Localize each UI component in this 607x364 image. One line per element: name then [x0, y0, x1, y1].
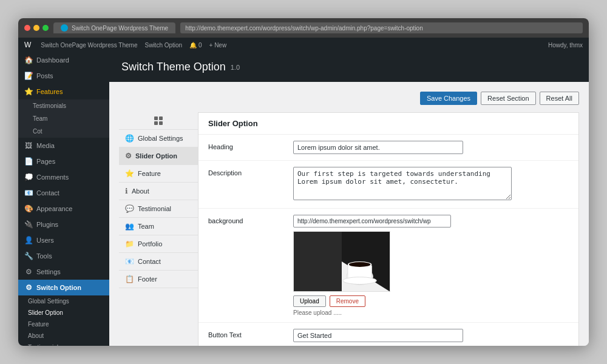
page-header: Switch Theme Option 1.0: [109, 52, 589, 82]
minimize-dot[interactable]: [33, 25, 39, 31]
settings-nav-grid-icon: [119, 112, 198, 130]
sub-global-settings[interactable]: Global Settings: [18, 295, 109, 307]
browser-dots: [24, 25, 49, 31]
howdy-text: Howdy, thmx: [548, 42, 583, 49]
features-icon: ⭐: [24, 87, 33, 96]
sidebar-item-users[interactable]: 👤 Users: [18, 232, 109, 248]
browser-window: Switch OnePage Wordpress Theme http://de…: [18, 18, 589, 346]
page-title: Switch Theme Option: [121, 61, 226, 73]
heading-input[interactable]: [293, 141, 463, 154]
content-area: Save Changes Reset Section Reset All: [109, 82, 589, 346]
switch-option-submenu: Global Settings Slider Option Feature Ab…: [18, 295, 109, 346]
nav-portfolio[interactable]: 📁 Portfolio: [119, 235, 198, 253]
sidebar-item-dashboard[interactable]: 🏠 Dashboard: [18, 52, 109, 68]
sidebar-label-settings: Settings: [36, 268, 61, 275]
remove-button[interactable]: Remove: [330, 295, 365, 307]
admin-bar-user: Howdy, thmx: [548, 42, 583, 49]
sidebar-item-settings[interactable]: ⚙ Settings: [18, 264, 109, 280]
save-changes-button[interactable]: Save Changes: [420, 92, 477, 105]
settings-icon: ⚙: [24, 268, 33, 276]
sidebar-label-tools: Tools: [36, 252, 52, 260]
nav-contact[interactable]: 📧 Contact: [119, 253, 198, 271]
admin-bar-new[interactable]: + New: [209, 42, 227, 49]
feature-icon: ⭐: [125, 169, 134, 178]
description-textarea[interactable]: Our first step is targeted towards under…: [293, 167, 512, 200]
browser-url-bar[interactable]: http://demo.themexpert.com/wordpress/swi…: [180, 22, 583, 33]
background-field: Upload Remove Please upload .....: [293, 215, 569, 316]
nav-testimonial[interactable]: 💬 Testimonial: [119, 200, 198, 218]
sidebar-item-switch-option[interactable]: ⚙ Switch Option: [18, 280, 109, 295]
nav-global-settings[interactable]: 🌐 Global Settings: [119, 130, 198, 147]
nav-slider-option[interactable]: ⚙ Slider Option: [119, 147, 198, 165]
upload-note: Please upload .....: [293, 309, 569, 316]
users-icon: 👤: [24, 236, 33, 244]
button-text-input[interactable]: [293, 329, 463, 342]
tab-label: Switch OnePage Wordpress Theme: [72, 25, 168, 32]
sidebar-label-contact: Contact: [36, 189, 59, 197]
sidebar-item-appearance[interactable]: 🎨 Appearance: [18, 201, 109, 217]
background-label: background: [208, 215, 281, 224]
appearance-icon: 🎨: [24, 204, 33, 213]
description-label: Description: [208, 167, 281, 177]
sidebar-item-posts[interactable]: 📝 Posts: [18, 68, 109, 84]
image-actions: Upload Remove: [293, 295, 569, 307]
nav-label-testimonial: Testimonial: [138, 205, 171, 212]
description-row: Description Our first step is targeted t…: [198, 161, 578, 209]
preview-svg: [294, 231, 390, 292]
sidebar-sub-team[interactable]: Team: [18, 112, 109, 125]
heading-label: Heading: [208, 141, 281, 150]
button-text-field: [293, 329, 569, 342]
sidebar-label-posts: Posts: [36, 72, 53, 79]
close-dot[interactable]: [24, 25, 30, 31]
sidebar-sub-testimonials[interactable]: Testimonials: [18, 99, 109, 112]
reset-section-button[interactable]: Reset Section: [481, 92, 535, 105]
two-column-layout: 🌐 Global Settings ⚙ Slider Option ⭐ Feat…: [119, 112, 579, 346]
contact-icon: 📧: [24, 189, 33, 197]
sidebar-item-comments[interactable]: 💭 Comments: [18, 169, 109, 185]
section-title: Slider Option: [198, 113, 578, 135]
description-field: Our first step is targeted towards under…: [293, 167, 569, 202]
media-icon: 🖼: [24, 141, 33, 150]
nav-label-team: Team: [138, 223, 154, 230]
sub-slider-option[interactable]: Slider Option: [18, 307, 109, 318]
nav-label-slider: Slider Option: [135, 152, 177, 160]
nav-label-feature: Feature: [138, 170, 161, 177]
sidebar-label-media: Media: [36, 142, 55, 149]
admin-bar-theme[interactable]: Switch OnePage Wordpress Theme: [41, 42, 137, 49]
portfolio-icon: 📁: [125, 240, 134, 248]
nav-feature[interactable]: ⭐ Feature: [119, 165, 198, 183]
nav-footer[interactable]: 📋 Footer: [119, 271, 198, 288]
maximize-dot[interactable]: [42, 25, 49, 31]
heading-field: [293, 141, 569, 154]
posts-icon: 📝: [24, 72, 33, 80]
upload-button[interactable]: Upload: [293, 295, 326, 307]
browser-tab[interactable]: Switch OnePage Wordpress Theme: [53, 22, 175, 33]
sub-feature[interactable]: Feature: [18, 318, 109, 330]
image-preview: [293, 231, 390, 292]
global-settings-icon: 🌐: [125, 134, 134, 143]
sidebar-item-plugins[interactable]: 🔌 Plugins: [18, 217, 109, 232]
sidebar-item-pages[interactable]: 📄 Pages: [18, 153, 109, 169]
background-url-input[interactable]: [293, 215, 451, 228]
sub-about[interactable]: About: [18, 330, 109, 342]
nav-label-portfolio: Portfolio: [138, 240, 162, 248]
sidebar-item-features[interactable]: ⭐ Features: [18, 84, 109, 99]
admin-bar-comments[interactable]: 🔔 0: [189, 42, 202, 49]
about-icon: ℹ: [125, 187, 128, 195]
wp-logo-icon: [61, 24, 68, 32]
wordpress-logo: W: [24, 41, 31, 49]
nav-team[interactable]: 👥 Team: [119, 218, 198, 235]
sidebar-item-contact[interactable]: 📧 Contact: [18, 185, 109, 201]
admin-bar-option[interactable]: Switch Option: [144, 42, 182, 49]
sub-testimonial[interactable]: Testimonial: [18, 342, 109, 346]
sidebar-label-comments: Comments: [36, 174, 69, 181]
team-icon: 👥: [125, 222, 134, 231]
sidebar-sub-portfolio[interactable]: Cot: [18, 125, 109, 138]
plugins-icon: 🔌: [24, 220, 33, 229]
nav-about[interactable]: ℹ About: [119, 183, 198, 200]
button-text-label: Button Text: [208, 329, 281, 339]
sidebar-label-dashboard: Dashboard: [36, 56, 69, 64]
sidebar-item-media[interactable]: 🖼 Media: [18, 138, 109, 153]
reset-all-button[interactable]: Reset All: [540, 92, 579, 105]
sidebar-item-tools[interactable]: 🔧 Tools: [18, 248, 109, 264]
